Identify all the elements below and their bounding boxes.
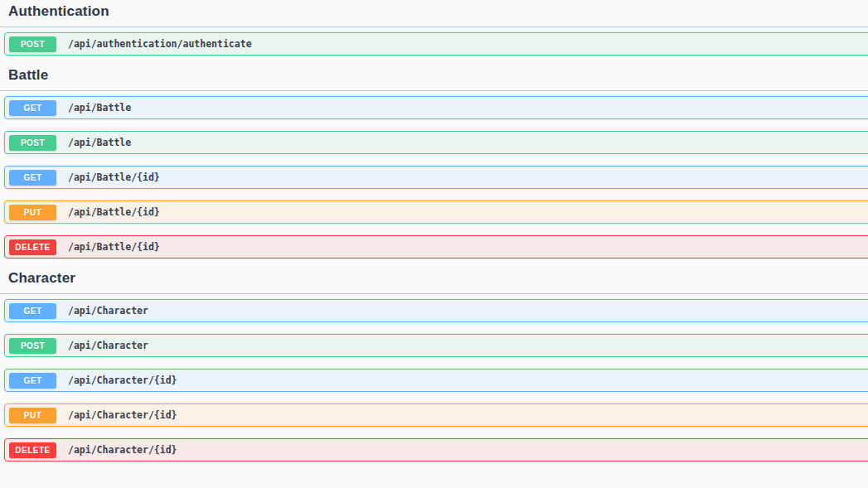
endpoint-path: /api/Battle/{id} [68,206,160,218]
method-badge: PUT [9,408,56,423]
endpoint-path: /api/Character/{id} [68,374,177,386]
method-badge: POST [9,338,56,354]
section-title-authentication[interactable]: Authentication [0,3,868,27]
method-badge: PUT [9,205,56,220]
method-badge: GET [9,170,56,186]
api-documentation: Authentication POST /api/authentication/… [0,0,868,461]
method-badge: GET [9,303,56,319]
method-badge: DELETE [9,239,56,255]
endpoint-path: /api/Battle [68,102,131,114]
endpoint-row-get-character[interactable]: GET /api/Character [4,299,868,322]
section-authentication: Authentication POST /api/authentication/… [0,3,868,56]
section-title-character[interactable]: Character [0,270,868,294]
endpoint-path: /api/Character/{id} [68,409,177,421]
endpoint-row-put-character-id[interactable]: PUT /api/Character/{id} [4,403,868,427]
method-badge: GET [9,100,56,116]
endpoint-path: /api/Character/{id} [68,444,177,456]
endpoint-row-delete-character-id[interactable]: DELETE /api/Character/{id} [4,438,868,461]
method-badge: DELETE [9,442,56,458]
section-title-battle[interactable]: Battle [0,67,868,91]
endpoint-row-post-authenticate[interactable]: POST /api/authentication/authenticate [4,32,868,56]
endpoint-row-get-battle-id[interactable]: GET /api/Battle/{id} [4,166,868,189]
method-badge: POST [9,36,56,52]
endpoint-row-post-battle[interactable]: POST /api/Battle [4,131,868,154]
endpoint-path: /api/Character [68,305,148,316]
section-battle: Battle GET /api/Battle POST /api/Battle … [0,67,868,258]
method-badge: GET [9,373,56,389]
endpoint-row-post-character[interactable]: POST /api/Character [4,334,868,357]
endpoint-row-delete-battle-id[interactable]: DELETE /api/Battle/{id} [4,235,868,258]
section-character: Character GET /api/Character POST /api/C… [0,270,868,461]
endpoint-row-get-character-id[interactable]: GET /api/Character/{id} [4,369,868,392]
operations-list: GET /api/Character POST /api/Character G… [0,294,868,461]
endpoint-path: /api/Battle [68,137,131,148]
operations-list: POST /api/authentication/authenticate [0,27,868,56]
endpoint-path: /api/Battle/{id} [68,172,160,183]
endpoint-row-put-battle-id[interactable]: PUT /api/Battle/{id} [4,201,868,224]
endpoint-row-get-battle[interactable]: GET /api/Battle [4,96,868,119]
endpoint-path: /api/Battle/{id} [68,241,160,253]
operations-list: GET /api/Battle POST /api/Battle GET /ap… [0,91,868,258]
method-badge: POST [9,135,56,151]
endpoint-path: /api/Character [68,340,148,351]
endpoint-path: /api/authentication/authenticate [68,38,252,50]
